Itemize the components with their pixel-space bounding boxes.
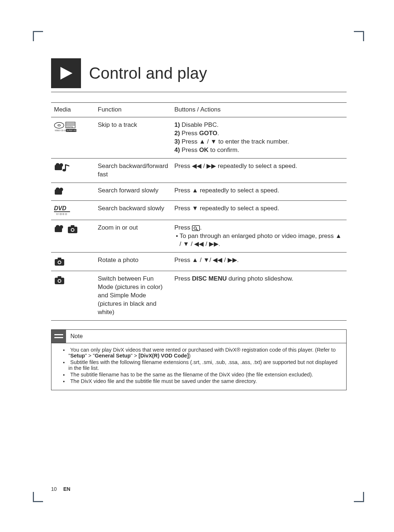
svg-rect-37 <box>58 276 61 278</box>
svg-rect-40 <box>54 334 63 335</box>
svg-text:SUPER VIDEO: SUPER VIDEO <box>66 129 78 132</box>
crop-mark-tr <box>354 31 364 41</box>
svg-point-39 <box>58 280 61 282</box>
svg-text:DIGITAL: DIGITAL <box>66 125 73 128</box>
media-icon-cell: DVDVIDEO <box>51 200 95 220</box>
page-title: Control and play <box>89 64 207 82</box>
svg-point-23 <box>59 225 63 229</box>
media-icon-cell <box>51 220 95 253</box>
note-body: You can only play DivX videos that were … <box>51 343 346 390</box>
svg-text:DVD: DVD <box>54 205 66 211</box>
svg-text:VIDEO CD 2.0: VIDEO CD 2.0 <box>55 129 67 132</box>
media-icon-cell: VIDEO CD 2.0DIGITALSUPER VIDEO <box>51 117 95 158</box>
controls-table: Media Function Buttons / Actions VIDEO C… <box>51 102 347 321</box>
svg-point-15 <box>62 169 66 171</box>
table-row: Zoom in or outPress .• To pan through an… <box>51 220 347 253</box>
page-content: Control and play Media Function Buttons … <box>0 0 394 390</box>
svg-point-18 <box>56 187 60 191</box>
function-cell: Search forward slowly <box>95 183 171 200</box>
table-row: Search backward/forward fastPress ◀◀ / ▶… <box>51 158 347 183</box>
section-header: Control and play <box>51 58 347 92</box>
svg-rect-41 <box>54 337 63 338</box>
media-icon-cell <box>51 158 95 183</box>
table-row: Rotate a photoPress ▲ / ▼/ ◀◀ / ▶▶. <box>51 253 347 271</box>
note-item: Subtitle files with the following filena… <box>63 359 340 371</box>
note-title: Note <box>70 333 83 340</box>
svg-point-28 <box>72 229 74 231</box>
action-cell: Press ▲ / ▼/ ◀◀ / ▶▶. <box>171 253 347 271</box>
svg-marker-0 <box>61 67 73 79</box>
col-media: Media <box>51 103 95 117</box>
col-function: Function <box>95 103 171 117</box>
note-item: The subtitle filename has to be the same… <box>63 372 340 378</box>
svg-point-24 <box>56 225 60 229</box>
note-box: Note You can only play DivX videos that … <box>51 329 347 390</box>
note-icon <box>51 330 66 343</box>
action-cell: Press ▼ repeatedly to select a speed. <box>171 200 347 220</box>
function-cell: Rotate a photo <box>95 253 171 271</box>
svg-rect-29 <box>192 226 200 231</box>
action-cell: Press ▲ repeatedly to select a speed. <box>171 183 347 200</box>
function-cell: Skip to a track <box>95 117 171 158</box>
svg-rect-33 <box>58 258 61 260</box>
action-cell: Press .• To pan through an enlarged phot… <box>171 220 347 253</box>
note-item: You can only play DivX videos that were … <box>63 347 340 359</box>
svg-rect-26 <box>71 225 74 227</box>
svg-text:VIDEO: VIDEO <box>56 213 68 215</box>
function-cell: Zoom in or out <box>95 220 171 253</box>
media-icon-cell <box>51 271 95 321</box>
language-code: EN <box>63 486 70 492</box>
function-cell: Search backward/forward fast <box>95 158 171 183</box>
action-cell: Press ◀◀ / ▶▶ repeatedly to select a spe… <box>171 158 347 183</box>
action-cell: Press DISC MENU during photo slideshow. <box>171 271 347 321</box>
play-icon <box>51 58 81 88</box>
svg-rect-20 <box>54 211 70 212</box>
table-row: Switch between Fun Mode (pictures in col… <box>51 271 347 321</box>
col-actions: Buttons / Actions <box>171 103 347 117</box>
function-cell: Switch between Fun Mode (pictures in col… <box>95 271 171 321</box>
note-header: Note <box>51 330 346 343</box>
crop-mark-tl <box>33 31 43 41</box>
media-icon-cell <box>51 253 95 271</box>
page-number: 10 <box>51 486 57 492</box>
svg-point-2 <box>58 125 61 126</box>
table-row: VIDEO CD 2.0DIGITALSUPER VIDEOSkip to a … <box>51 117 347 158</box>
table-row: DVDVIDEOSearch backward slowlyPress ▼ re… <box>51 200 347 220</box>
crop-mark-br <box>354 492 364 502</box>
page-footer: 10 EN <box>51 486 70 492</box>
svg-point-17 <box>59 188 63 191</box>
svg-point-30 <box>194 227 197 229</box>
action-cell: 1) Disable PBC.2) Press GOTO.3) Press ▲ … <box>171 117 347 158</box>
svg-line-31 <box>196 229 198 230</box>
svg-point-12 <box>59 163 63 167</box>
media-icon-cell <box>51 183 95 200</box>
svg-point-1 <box>54 122 64 128</box>
table-row: Search forward slowlyPress ▲ repeatedly … <box>51 183 347 200</box>
svg-point-35 <box>58 261 61 263</box>
note-item: The DivX video file and the subtitle fil… <box>63 378 340 384</box>
crop-mark-bl <box>33 492 43 502</box>
function-cell: Search backward slowly <box>95 200 171 220</box>
svg-point-13 <box>56 163 60 167</box>
